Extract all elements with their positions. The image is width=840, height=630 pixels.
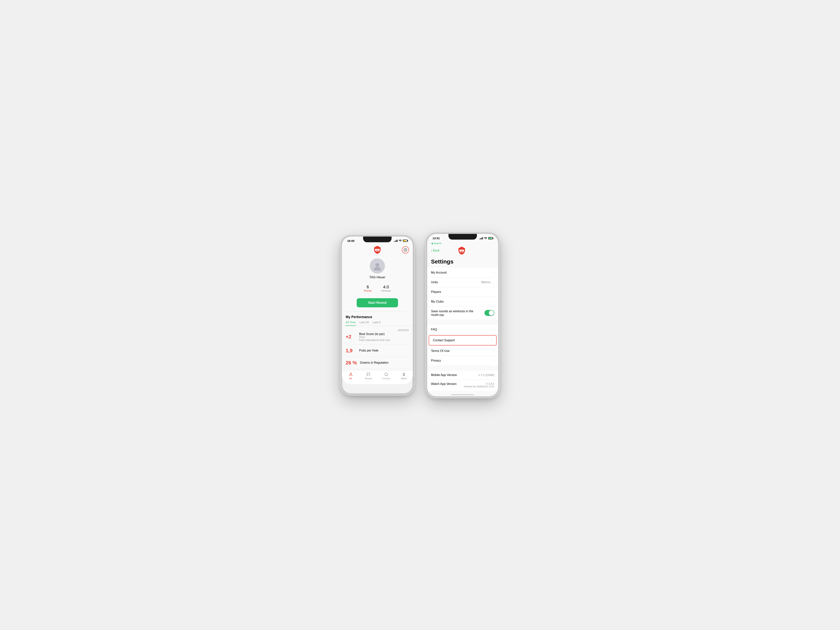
terms-chevron-icon: ›: [493, 350, 494, 353]
watch-version-right: V 2.9.2 Fetched the 28/06/2022 13:51: [464, 382, 494, 388]
bottom-tab-bar: Me Rounds Courses: [342, 370, 413, 384]
best-score-subtitle2: Paris International Golf Club: [359, 339, 409, 342]
my-clubs-right: ›: [493, 300, 494, 303]
units-right: Metres ⌄: [481, 280, 494, 284]
tab-watch-label: Watch: [401, 377, 407, 380]
person-icon: [349, 372, 353, 377]
settings-item-faq[interactable]: FAQ ›: [427, 325, 498, 334]
svg-text:TAG: TAG: [460, 250, 463, 252]
best-score-subtitle1: PIGC: [359, 336, 409, 339]
putts-info: Putts per Hole: [359, 349, 409, 352]
watch-version-value: V 2.9.2: [464, 382, 494, 385]
my-account-right: ›: [493, 271, 494, 274]
my-clubs-chevron-icon: ›: [493, 300, 494, 303]
tab-all-time[interactable]: All Time: [346, 321, 356, 326]
start-round-button[interactable]: Start Round: [357, 298, 398, 307]
tag-heuer-logo: TAG HEUER: [374, 245, 381, 254]
svg-line-9: [387, 375, 388, 376]
home-indicator-2: [451, 394, 474, 395]
settings-item-privacy[interactable]: Privacy ›: [427, 356, 498, 366]
watch-icon: [402, 372, 406, 377]
putts-value: 1,9: [346, 348, 356, 354]
settings-nav: ‹ Back TAG HEUER: [427, 245, 498, 257]
settings-gear-button[interactable]: [402, 246, 409, 253]
version-section: Mobile App Version V 2.2.2(5989) Watch A…: [427, 371, 498, 391]
user-name: TAG Heuer: [369, 275, 385, 279]
settings-item-workouts[interactable]: Save rounds as workouts in the Health Ap…: [427, 307, 498, 320]
settings-item-my-clubs[interactable]: My Clubs ›: [427, 297, 498, 307]
signal-icon: [394, 240, 398, 242]
tab-last-20[interactable]: Last 20: [360, 321, 369, 326]
home-screen: 18:00: [342, 237, 413, 384]
rounds-value: 6: [367, 285, 369, 290]
battery-icon-2: [488, 237, 493, 239]
contact-support-chevron-icon: ›: [491, 339, 493, 342]
handicap-label: Handicap: [381, 290, 391, 292]
status-time-1: 18:00: [347, 239, 354, 242]
perf-row-3: 26 % Greens in Regulation: [346, 360, 409, 366]
settings-item-contact-support[interactable]: Contact Support ›: [429, 335, 497, 345]
watch-version-sub: Fetched the 28/06/2022 13:51: [464, 385, 494, 388]
players-right: ›: [493, 290, 494, 293]
avatar-section: TAG Heuer: [342, 256, 413, 282]
settings-item-units[interactable]: Units Metres ⌄: [427, 277, 498, 287]
perf-row-2: 1,9 Putts per Hole: [346, 348, 409, 354]
phone-2: 13:51: [426, 233, 500, 398]
svg-text:TAG: TAG: [376, 249, 379, 251]
faq-right: ›: [493, 328, 494, 331]
best-score-value: +2: [346, 334, 356, 340]
tab-me-label: Me: [349, 377, 352, 380]
settings-page-title: Settings: [427, 257, 498, 268]
handicap-value: 4.0: [383, 285, 389, 290]
svg-text:HEUER: HEUER: [460, 252, 464, 253]
units-label: Units: [431, 280, 438, 284]
units-value: Metres: [481, 280, 491, 284]
players-label: Players: [431, 290, 441, 294]
spacer-2: [427, 367, 498, 371]
tag-heuer-logo-2: TAG HEUER: [458, 246, 466, 255]
settings-content: ◀ Search ‹ Back TAG HEUER: [427, 242, 498, 396]
settings-item-players[interactable]: Players ›: [427, 287, 498, 297]
my-account-label: My Account: [431, 271, 447, 274]
perf-row-1: +2 Best Score (to par) PIGC Paris Intern…: [346, 332, 409, 342]
players-chevron-icon: ›: [493, 290, 494, 293]
workouts-toggle[interactable]: [485, 310, 494, 316]
perf-item-greens: 26 % Greens in Regulation: [346, 357, 409, 369]
tab-last-5[interactable]: Last 5: [373, 321, 381, 326]
putts-title: Putts per Hole: [359, 349, 409, 352]
rounds-label: Rounds: [364, 290, 372, 292]
privacy-label: Privacy: [431, 359, 441, 362]
performance-title: My Performance: [342, 313, 413, 321]
tab-courses-label: Courses: [382, 377, 390, 380]
contact-support-right: ›: [491, 339, 493, 342]
contact-support-label: Contact Support: [433, 339, 455, 342]
svg-point-11: [404, 374, 404, 375]
svg-point-6: [350, 373, 351, 374]
back-chevron-icon: ‹: [431, 249, 432, 252]
greens-value: 26 %: [346, 360, 357, 366]
privacy-right: ›: [493, 359, 494, 362]
toggle-thumb: [489, 310, 494, 315]
flag-icon: [366, 372, 371, 377]
mobile-version-item: Mobile App Version V 2.2.2(5989): [427, 371, 498, 380]
svg-text:HEUER: HEUER: [376, 251, 379, 252]
home-header: TAG HEUER: [342, 244, 413, 256]
notch-1: [363, 237, 392, 242]
settings-item-terms[interactable]: Terms Of Use ›: [427, 346, 498, 356]
svg-point-8: [385, 373, 388, 376]
handicap-stat: 4.0 Handicap: [381, 285, 391, 292]
tab-watch[interactable]: Watch: [398, 372, 410, 380]
best-score-title: Best Score (to par): [359, 332, 409, 336]
tab-me[interactable]: Me: [345, 372, 357, 380]
back-button[interactable]: ‹ Back: [431, 249, 440, 252]
settings-item-my-account[interactable]: My Account ›: [427, 268, 498, 277]
wifi-icon-2: [484, 237, 487, 240]
tab-rounds[interactable]: Rounds: [363, 372, 374, 380]
perf-date-1: 19/03/2021: [346, 329, 409, 332]
settings-list-2: FAQ › Contact Support › Terms Of Use: [427, 325, 498, 366]
search-icon: [384, 372, 388, 377]
tab-courses[interactable]: Courses: [381, 372, 392, 380]
stats-row: 6 Rounds 4.0 Handicap: [342, 282, 413, 294]
terms-right: ›: [493, 350, 494, 353]
status-icons-1: [394, 239, 407, 242]
